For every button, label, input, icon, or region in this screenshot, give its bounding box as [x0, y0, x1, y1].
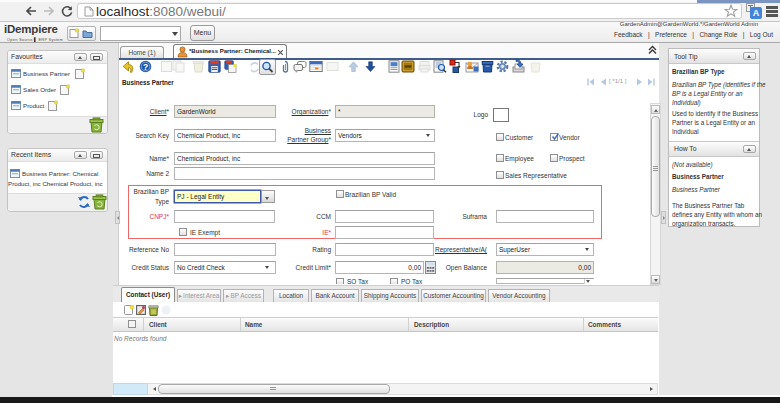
svg-text:?: ?	[143, 62, 148, 72]
